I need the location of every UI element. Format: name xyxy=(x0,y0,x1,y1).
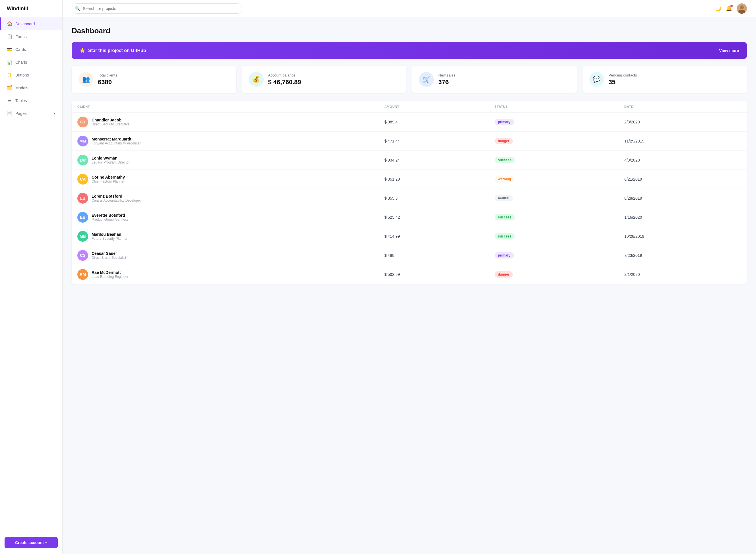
banner-text: ⭐ Star this project on GitHub xyxy=(79,48,719,53)
status-cell: success xyxy=(489,151,618,170)
account-balance-value: $ 46,760.89 xyxy=(268,78,301,86)
client-cell: EB Everette Botsford Product Group Archi… xyxy=(72,208,379,227)
amount-cell: $ 989.4 xyxy=(379,113,489,132)
sidebar-item-label: Cards xyxy=(15,47,26,52)
notification-icon[interactable]: 🔔 xyxy=(726,5,732,12)
client-avatar: CJ xyxy=(77,117,88,127)
stat-card-new-sales: 🛒 New sales 376 xyxy=(412,66,577,93)
create-account-button[interactable]: Create account + xyxy=(5,537,58,548)
date-cell: 1/16/2020 xyxy=(618,208,747,227)
sidebar-item-dashboard[interactable]: 🏠 Dashboard xyxy=(0,17,62,30)
table-row[interactable]: LW Lonie Wyman Legacy Program Director $… xyxy=(72,151,747,170)
status-cell: success xyxy=(489,227,618,246)
pending-contacts-icon: 💬 xyxy=(589,72,604,87)
client-name: Lonie Wyman xyxy=(92,156,129,160)
table-row[interactable]: MB Marilou Beahan Future Security Planne… xyxy=(72,227,747,246)
status-badge: danger xyxy=(495,271,513,278)
client-avatar: RM xyxy=(77,269,88,280)
app-logo: Windmill xyxy=(0,0,62,17)
sidebar-item-label: Forms xyxy=(15,35,27,39)
charts-icon: 📊 xyxy=(7,59,12,65)
table-row[interactable]: LB Lorenz Botsford Central Accountabilit… xyxy=(72,189,747,208)
dashboard-icon: 🏠 xyxy=(7,21,12,26)
total-clients-label: Total clients xyxy=(98,73,117,77)
cards-icon: 💳 xyxy=(7,47,12,52)
topbar: 🔍 🌙 🔔 xyxy=(63,0,756,17)
status-badge: primary xyxy=(495,119,514,125)
sidebar-item-cards[interactable]: 💳 Cards xyxy=(0,43,62,56)
account-balance-info: Account balance $ 46,760.89 xyxy=(268,73,301,86)
status-cell: warning xyxy=(489,170,618,189)
sidebar-item-buttons[interactable]: ✨ Buttons xyxy=(0,68,62,81)
new-sales-info: New sales 376 xyxy=(438,73,455,86)
amount-cell: $ 934.24 xyxy=(379,151,489,170)
table-row[interactable]: CA Corine Abernathy Chief Factors Planne… xyxy=(72,170,747,189)
sidebar-item-charts[interactable]: 📊 Charts xyxy=(0,56,62,68)
client-cell: CS Ceasar Sauer Direct Brand Specialist xyxy=(72,246,379,265)
client-name: Everette Botsford xyxy=(92,213,128,218)
table-row[interactable]: MM Monserrat Marquardt Forward Accountab… xyxy=(72,132,747,151)
content-area: Dashboard ⭐ Star this project on GitHub … xyxy=(63,17,756,554)
github-banner: ⭐ Star this project on GitHub View more xyxy=(72,42,747,59)
amount-cell: $ 351.28 xyxy=(379,170,489,189)
sidebar-item-tables[interactable]: ☰ Tables xyxy=(0,94,62,107)
col-client: CLIENT xyxy=(72,101,379,113)
status-cell: danger xyxy=(489,265,618,284)
stat-card-account-balance: 💰 Account balance $ 46,760.89 xyxy=(242,66,407,93)
search-input[interactable] xyxy=(72,3,242,14)
amount-cell: $ 355.3 xyxy=(379,189,489,208)
status-badge: success xyxy=(495,233,515,239)
new-sales-icon: 🛒 xyxy=(419,72,434,87)
client-avatar: CS xyxy=(77,250,88,261)
table-row[interactable]: CS Ceasar Sauer Direct Brand Specialist … xyxy=(72,246,747,265)
buttons-icon: ✨ xyxy=(7,72,12,78)
status-cell: danger xyxy=(489,132,618,151)
forms-icon: 📋 xyxy=(7,34,12,39)
dark-mode-icon[interactable]: 🌙 xyxy=(715,5,721,12)
sidebar-bottom: Create account + xyxy=(0,531,62,554)
client-cell: RM Rae McDermott Lead Branding Engineer xyxy=(72,265,379,284)
amount-cell: $ 488 xyxy=(379,246,489,265)
status-cell: neutral xyxy=(489,189,618,208)
account-balance-label: Account balance xyxy=(268,73,301,77)
client-avatar: MM xyxy=(77,136,88,147)
client-name: Monserrat Marquardt xyxy=(92,137,141,141)
sidebar-item-label: Dashboard xyxy=(15,21,35,26)
total-clients-info: Total clients 6389 xyxy=(98,73,117,86)
account-balance-icon: 💰 xyxy=(249,72,264,87)
status-badge: primary xyxy=(495,252,514,259)
client-role: Direct Security Executive xyxy=(92,122,129,126)
sidebar-item-label: Buttons xyxy=(15,73,29,77)
sidebar-item-pages[interactable]: 📄 Pages ▾ xyxy=(0,107,62,120)
sidebar-item-modals[interactable]: 🗂️ Modals xyxy=(0,81,62,94)
status-cell: primary xyxy=(489,246,618,265)
status-badge: warning xyxy=(495,176,515,182)
table-wrap: CLIENTAMOUNTSTATUSDATE CJ Chandler Jacob… xyxy=(72,101,747,284)
main-area: 🔍 🌙 🔔 Dashboard ⭐ Star this project on G… xyxy=(63,0,756,554)
stats-grid: 👥 Total clients 6389 💰 Account balance $… xyxy=(72,66,747,93)
total-clients-value: 6389 xyxy=(98,78,117,86)
table-row[interactable]: EB Everette Botsford Product Group Archi… xyxy=(72,208,747,227)
client-name: Chandler Jacobi xyxy=(92,118,129,122)
table-row[interactable]: RM Rae McDermott Lead Branding Engineer … xyxy=(72,265,747,284)
chevron-icon: ▾ xyxy=(54,111,55,115)
search-wrap: 🔍 xyxy=(72,3,242,14)
sidebar-item-label: Pages xyxy=(15,111,27,116)
status-cell: primary xyxy=(489,113,618,132)
sidebar-item-label: Modals xyxy=(15,86,28,90)
date-cell: 8/28/2019 xyxy=(618,189,747,208)
sidebar-item-forms[interactable]: 📋 Forms xyxy=(0,30,62,43)
client-role: Direct Brand Specialist xyxy=(92,256,126,260)
amount-cell: $ 525.42 xyxy=(379,208,489,227)
amount-cell: $ 471.44 xyxy=(379,132,489,151)
client-name: Lorenz Botsford xyxy=(92,194,141,199)
table-row[interactable]: CJ Chandler Jacobi Direct Security Execu… xyxy=(72,113,747,132)
col-status: STATUS xyxy=(489,101,618,113)
status-badge: success xyxy=(495,157,515,163)
new-sales-label: New sales xyxy=(438,73,455,77)
banner-view-more[interactable]: View more xyxy=(719,48,739,53)
star-icon: ⭐ xyxy=(79,48,85,53)
svg-point-1 xyxy=(740,5,744,9)
client-role: Chief Factors Planner xyxy=(92,179,125,183)
avatar[interactable] xyxy=(737,3,747,14)
